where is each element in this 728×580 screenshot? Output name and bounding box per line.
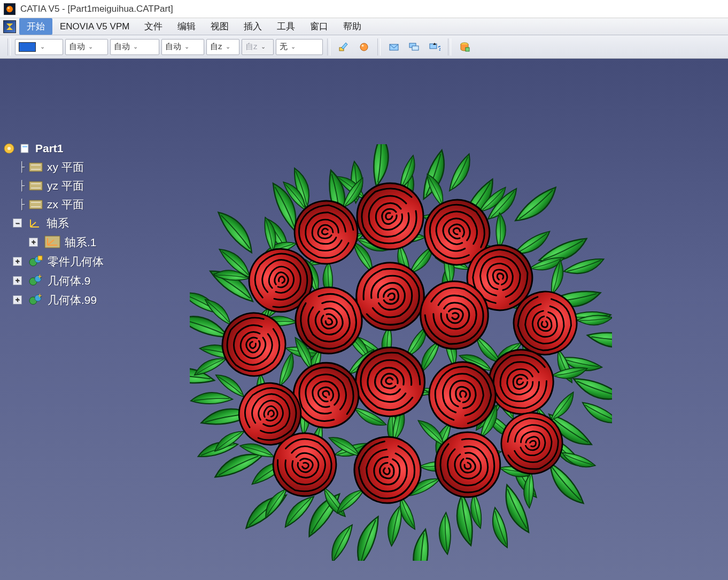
title-bar: CATIA V5 - [Part1meiguihua.CATPart] bbox=[0, 0, 728, 18]
tree-branch: ├ bbox=[13, 162, 25, 173]
tree-item-label[interactable]: 几何体.99 bbox=[48, 294, 97, 306]
tree-toggle-plus[interactable]: + bbox=[13, 257, 22, 266]
tree-item-label[interactable]: zx 平面 bbox=[47, 198, 84, 210]
chevron-down-icon: ⌄ bbox=[291, 43, 296, 50]
svg-text:?: ? bbox=[438, 44, 440, 52]
svg-point-6 bbox=[362, 44, 364, 46]
combo-label: 自z bbox=[245, 42, 258, 52]
svg-point-15 bbox=[7, 147, 11, 150]
toolbar: ⌄ 自动 ⌄ 自动 ⌄ 自动 ⌄ 自z ⌄ 自z ⌄ 无 ⌄ ? bbox=[0, 35, 728, 59]
tree-item-label[interactable]: yz 平面 bbox=[47, 179, 84, 192]
chevron-down-icon: ⌄ bbox=[184, 43, 189, 50]
svg-rect-24 bbox=[29, 200, 42, 209]
color-swatch bbox=[19, 42, 36, 52]
tree-branch: ├ bbox=[13, 199, 25, 210]
tree-item-label[interactable]: 轴系.1 bbox=[65, 236, 97, 248]
svg-point-1 bbox=[6, 6, 13, 12]
mail-button[interactable] bbox=[385, 39, 403, 55]
plane-icon bbox=[29, 199, 43, 210]
model-scene[interactable] bbox=[190, 144, 612, 561]
svg-rect-36 bbox=[38, 256, 42, 260]
color-dropdown[interactable]: ⌄ bbox=[15, 39, 63, 55]
combo-render1[interactable]: 自z ⌄ bbox=[206, 39, 239, 55]
chevron-down-icon: ⌄ bbox=[40, 43, 45, 50]
svg-rect-17 bbox=[22, 146, 27, 147]
window-title: CATIA V5 - [Part1meiguihua.CATPart] bbox=[20, 4, 173, 14]
svg-rect-9 bbox=[412, 46, 419, 50]
menu-enovia[interactable]: ENOVIA V5 VPM bbox=[52, 19, 137, 34]
svg-rect-18 bbox=[29, 163, 42, 171]
chevron-down-icon: ⌄ bbox=[88, 43, 93, 50]
combo-label: 自z bbox=[210, 42, 222, 52]
toolbar-separator bbox=[327, 38, 330, 56]
toolbar-separator bbox=[7, 38, 11, 56]
combo-label: 自动 bbox=[114, 42, 130, 52]
material-button[interactable] bbox=[355, 39, 373, 55]
menu-file[interactable]: 文件 bbox=[137, 18, 170, 35]
combo-point[interactable]: 自动 ⌄ bbox=[161, 39, 204, 55]
mail-help-button[interactable]: ? bbox=[425, 39, 444, 55]
chevron-down-icon: ⌄ bbox=[226, 43, 230, 50]
svg-point-5 bbox=[360, 43, 368, 51]
menu-window[interactable]: 窗口 bbox=[303, 18, 336, 35]
tree-root-label: Part1 bbox=[35, 142, 64, 154]
tree-toggle-plus[interactable]: + bbox=[29, 238, 38, 247]
menu-insert[interactable]: 插入 bbox=[236, 18, 269, 35]
chevron-down-icon: ⌄ bbox=[261, 43, 266, 50]
combo-label: 自动 bbox=[69, 42, 85, 52]
chevron-down-icon: ⌄ bbox=[133, 43, 138, 50]
axis-icon bbox=[28, 217, 42, 229]
svg-text:+: + bbox=[38, 274, 42, 280]
tree-toggle-plus[interactable]: + bbox=[13, 276, 22, 285]
combo-layer[interactable]: 无 ⌄ bbox=[276, 39, 323, 55]
menu-view[interactable]: 视图 bbox=[203, 18, 236, 35]
start-icon bbox=[3, 20, 16, 33]
app-icon bbox=[3, 3, 16, 15]
combo-render2[interactable]: 自z ⌄ bbox=[242, 39, 274, 55]
plane-icon bbox=[29, 161, 43, 173]
svg-line-29 bbox=[30, 222, 36, 227]
tree-item-label[interactable]: 几何体.9 bbox=[48, 275, 91, 287]
part-icon bbox=[19, 143, 31, 154]
paint-button[interactable] bbox=[335, 39, 353, 55]
svg-point-2 bbox=[7, 7, 10, 9]
mail-multi-button[interactable] bbox=[405, 39, 423, 55]
combo-thickness[interactable]: 自动 ⌄ bbox=[110, 39, 159, 55]
axis-icon bbox=[44, 236, 60, 248]
toolbar-separator bbox=[377, 38, 381, 56]
svg-rect-21 bbox=[29, 182, 42, 190]
spec-tree[interactable]: Part1 ├ xy 平面 ├ yz 平面 ├ bbox=[3, 139, 106, 309]
tree-toggle-plus[interactable]: + bbox=[13, 295, 22, 304]
combo-label: 自动 bbox=[165, 42, 181, 52]
toolbar-separator bbox=[448, 38, 451, 56]
combo-linetype[interactable]: 自动 ⌄ bbox=[65, 39, 108, 55]
tree-item-label[interactable]: 轴系 bbox=[47, 217, 69, 229]
body-icon: + bbox=[28, 293, 43, 306]
combo-label: 无 bbox=[280, 42, 288, 52]
body-icon bbox=[28, 255, 43, 268]
menu-bar: 开始 ENOVIA V5 VPM 文件 编辑 视图 插入 工具 窗口 帮助 bbox=[0, 18, 728, 35]
menu-help[interactable]: 帮助 bbox=[336, 18, 369, 35]
svg-text:+: + bbox=[38, 293, 42, 300]
svg-rect-16 bbox=[21, 144, 28, 153]
tree-item-label[interactable]: xy 平面 bbox=[47, 161, 84, 173]
tree-toggle-minus[interactable]: − bbox=[13, 218, 22, 228]
menu-tools[interactable]: 工具 bbox=[269, 18, 303, 35]
tree-item-label[interactable]: 零件几何体 bbox=[48, 255, 104, 268]
tree-branch: ├ bbox=[13, 181, 25, 191]
gear-icon bbox=[3, 143, 15, 154]
svg-marker-3 bbox=[6, 23, 13, 30]
plane-icon bbox=[29, 180, 43, 192]
viewport[interactable]: Part1 ├ xy 平面 ├ yz 平面 ├ bbox=[0, 59, 728, 580]
body-icon: + bbox=[28, 274, 43, 287]
menu-edit[interactable]: 编辑 bbox=[170, 18, 203, 35]
db-button[interactable] bbox=[455, 39, 474, 55]
menu-start[interactable]: 开始 bbox=[19, 18, 52, 35]
svg-rect-13 bbox=[466, 48, 469, 51]
